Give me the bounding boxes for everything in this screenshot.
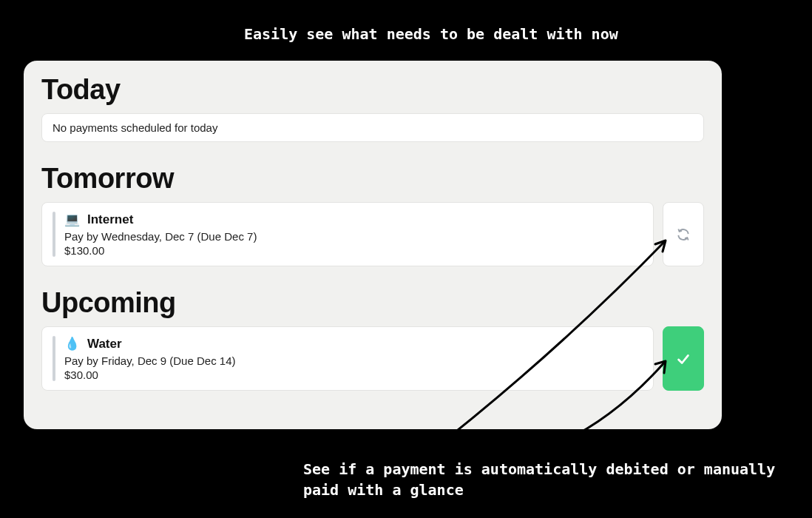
laptop-icon: 💻 <box>64 212 80 227</box>
section-tomorrow-title: Tomorrow <box>41 163 704 195</box>
accent-bar <box>53 212 55 257</box>
mark-paid-button[interactable] <box>663 326 704 391</box>
recurring-icon <box>676 227 691 242</box>
payment-subtitle: Pay by Wednesday, Dec 7 (Due Dec 7) <box>64 230 643 243</box>
accent-bar <box>53 336 55 381</box>
payment-amount: $130.00 <box>64 244 643 257</box>
droplet-icon: 💧 <box>64 336 80 352</box>
annotation-top: Easily see what needs to be dealt with n… <box>244 24 618 44</box>
section-today-title: Today <box>41 74 704 106</box>
payment-card-water[interactable]: 💧 Water Pay by Friday, Dec 9 (Due Dec 14… <box>41 326 654 391</box>
payments-panel: Today No payments scheduled for today To… <box>24 61 722 429</box>
recurring-button[interactable] <box>663 202 704 266</box>
today-empty-message: No payments scheduled for today <box>41 113 704 142</box>
payment-card-internet[interactable]: 💻 Internet Pay by Wednesday, Dec 7 (Due … <box>41 202 654 266</box>
payment-name: Water <box>87 337 122 352</box>
payment-amount: $30.00 <box>64 369 643 381</box>
payment-subtitle: Pay by Friday, Dec 9 (Due Dec 14) <box>64 354 643 367</box>
payment-name: Internet <box>87 212 133 227</box>
check-icon <box>675 351 691 367</box>
annotation-bottom: See if a payment is automatically debite… <box>303 459 784 500</box>
section-upcoming-title: Upcoming <box>41 287 704 319</box>
